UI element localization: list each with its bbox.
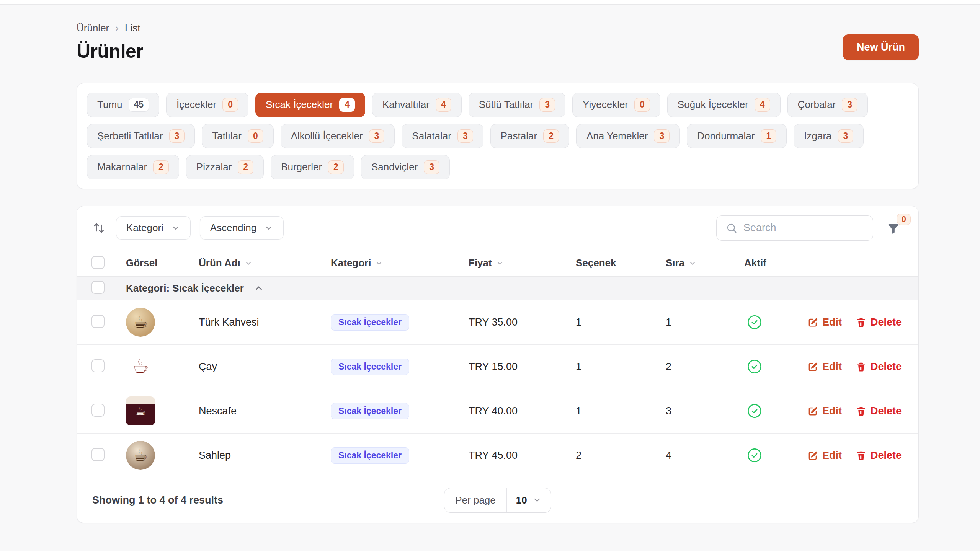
tab-izgara[interactable]: Izgara3: [794, 124, 864, 148]
tab-label: Izgara: [804, 130, 831, 142]
delete-button[interactable]: Delete: [856, 361, 902, 373]
product-name: Çay: [185, 361, 317, 373]
tab-tumu[interactable]: Tumu45: [87, 93, 159, 117]
tab-row-1: Tumu45 İçecekler0 Sıcak İçecekler4 Kahva…: [87, 93, 908, 117]
tab-pastalar[interactable]: Pastalar2: [490, 124, 569, 148]
product-name: Türk Kahvesi: [185, 316, 317, 328]
product-image: ☕: [126, 308, 155, 337]
per-page-value: 10: [516, 494, 527, 506]
tab-label: Sandviçler: [371, 161, 418, 173]
product-price: TRY 15.00: [455, 361, 562, 373]
breadcrumb-urunler[interactable]: Ürünler: [77, 22, 109, 34]
edit-button[interactable]: Edit: [807, 361, 842, 373]
tab-pizzalar[interactable]: Pizzalar2: [186, 155, 264, 179]
product-image: ☕: [126, 352, 155, 381]
tab-count-badge: 3: [424, 160, 439, 174]
product-order: 2: [652, 361, 730, 373]
row-checkbox[interactable]: [91, 359, 105, 372]
tab-tatlilar[interactable]: Tatlılar0: [202, 124, 273, 148]
tab-burgerler[interactable]: Burgerler2: [271, 155, 354, 179]
tab-serbetli-tatlilar[interactable]: Şerbetli Tatlılar3: [87, 124, 195, 148]
per-page-control[interactable]: Per page 10: [444, 488, 551, 513]
table-footer: Showing 1 to 4 of 4 results Per page 10: [77, 478, 918, 523]
tab-count-badge: 4: [755, 98, 770, 112]
tab-sandvicler[interactable]: Sandviçler3: [361, 155, 450, 179]
tab-count-badge: 3: [169, 129, 185, 143]
header-urun-adi[interactable]: Ürün Adı: [185, 257, 317, 269]
select-all-checkbox[interactable]: [91, 256, 105, 269]
group-collapse-button[interactable]: [254, 283, 264, 293]
row-checkbox[interactable]: [91, 448, 105, 461]
table-row-nescafe[interactable]: ☕ Nescafe Sıcak İçecekler TRY 40.00 1 3 …: [77, 389, 918, 434]
delete-button[interactable]: Delete: [856, 450, 902, 461]
tab-dondurmalar[interactable]: Dondurmalar1: [687, 124, 787, 148]
trash-icon: [856, 361, 867, 372]
tab-salatalar[interactable]: Salatalar3: [402, 124, 483, 148]
row-checkbox[interactable]: [91, 315, 105, 328]
header-kategori[interactable]: Kategori: [317, 257, 455, 269]
tab-count-badge: 1: [761, 129, 776, 143]
tab-sicak-icecekler[interactable]: Sıcak İçecekler4: [255, 93, 365, 117]
edit-button[interactable]: Edit: [807, 450, 842, 461]
tab-label: Sütlü Tatlılar: [479, 99, 534, 111]
sort-chevron-icon: [496, 259, 504, 267]
tab-label: Kahvaltılar: [382, 99, 430, 111]
table-row-sahlep[interactable]: ☕ Sahlep Sıcak İçecekler TRY 45.00 2 4 E…: [77, 434, 918, 478]
header-fiyat[interactable]: Fiyat: [455, 257, 562, 269]
tab-makarnalar[interactable]: Makarnalar2: [87, 155, 179, 179]
tab-count-badge: 0: [248, 129, 263, 143]
header-secenek: Seçenek: [562, 257, 652, 269]
pencil-square-icon: [807, 361, 818, 372]
tab-count-badge: 3: [842, 98, 858, 112]
product-options-count: 1: [562, 361, 652, 373]
sort-chevron-icon: [244, 259, 253, 267]
header-sira[interactable]: Sıra: [652, 257, 730, 269]
filter-count-badge: 0: [897, 214, 911, 225]
delete-button[interactable]: Delete: [856, 316, 902, 328]
tab-alkollu-icecekler[interactable]: Alkollü İçecekler3: [281, 124, 395, 148]
breadcrumb-separator-icon: ›: [115, 22, 119, 34]
filter-button[interactable]: 0: [883, 218, 905, 238]
per-page-select[interactable]: 10: [507, 488, 551, 512]
coffee-cup-glyph: ☕: [136, 404, 146, 418]
chevron-down-icon: [171, 223, 180, 233]
coffee-cup-glyph: ☕: [133, 313, 148, 332]
tab-count-badge: 0: [634, 98, 650, 112]
edit-button[interactable]: Edit: [807, 316, 842, 328]
tab-label: Tumu: [97, 99, 122, 111]
tab-yiyecekler[interactable]: Yiyecekler0: [572, 93, 660, 117]
delete-button[interactable]: Delete: [856, 405, 902, 417]
new-urun-button[interactable]: New Ürün: [843, 34, 919, 60]
table-header-row: Görsel Ürün Adı Kategori Fiyat Seçenek S…: [77, 250, 918, 277]
sort-chevron-icon: [375, 259, 383, 267]
per-page-label: Per page: [444, 488, 507, 512]
edit-button[interactable]: Edit: [807, 405, 842, 417]
tab-kahvaltilar[interactable]: Kahvaltılar4: [372, 93, 462, 117]
search-input[interactable]: [743, 222, 864, 234]
trash-icon: [856, 450, 867, 461]
tab-soguk-icecekler[interactable]: Soğuk İçecekler4: [667, 93, 781, 117]
results-summary: Showing 1 to 4 of 4 results: [92, 494, 444, 506]
page-title: Ürünler: [77, 40, 143, 62]
table-row-cay[interactable]: ☕ Çay Sıcak İçecekler TRY 15.00 1 2 Edit…: [77, 345, 918, 389]
active-check-icon: [746, 447, 763, 463]
product-options-count: 1: [562, 316, 652, 328]
tab-label: İçecekler: [176, 99, 216, 111]
breadcrumb-list: List: [125, 22, 140, 34]
group-select-checkbox[interactable]: [91, 281, 105, 294]
sort-direction-select[interactable]: Ascending: [200, 216, 284, 240]
sort-arrows-icon: [92, 221, 107, 235]
tab-count-badge: 3: [369, 129, 385, 143]
product-name: Nescafe: [185, 405, 317, 417]
product-price: TRY 35.00: [455, 316, 562, 328]
tab-ana-yemekler[interactable]: Ana Yemekler3: [576, 124, 680, 148]
row-checkbox[interactable]: [91, 404, 105, 417]
search-box[interactable]: [716, 215, 873, 241]
tab-icecekler[interactable]: İçecekler0: [166, 93, 248, 117]
tab-count-badge: 3: [539, 98, 555, 112]
sort-field-select[interactable]: Kategori: [116, 216, 191, 240]
tab-sutlu-tatlilar[interactable]: Sütlü Tatlılar3: [469, 93, 565, 117]
tab-corbalar[interactable]: Çorbalar3: [787, 93, 868, 117]
group-label: Kategori: Sıcak İçecekler: [126, 282, 244, 294]
table-row-turk-kahvesi[interactable]: ☕ Türk Kahvesi Sıcak İçecekler TRY 35.00…: [77, 300, 918, 345]
